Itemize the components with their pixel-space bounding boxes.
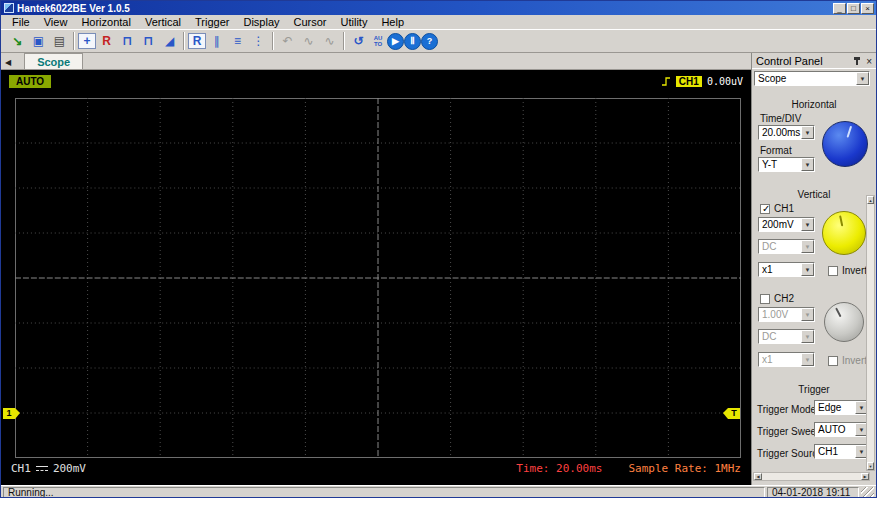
trigger-mode-dropdown[interactable]: Edge	[814, 400, 869, 415]
trigger-level-marker[interactable]: T	[728, 408, 740, 419]
ch2-coupling-dropdown: DC	[758, 329, 815, 344]
menu-horizontal[interactable]: Horizontal	[74, 15, 138, 29]
scroll-down-icon[interactable]	[867, 462, 874, 470]
tab-nav-left-icon[interactable]: ◀	[1, 58, 14, 69]
status-state: Running...	[3, 487, 765, 498]
save-icon[interactable]: ▣	[28, 31, 49, 51]
ch2-checkbox[interactable]	[760, 294, 770, 304]
reference-waveform-icon: ∿	[298, 31, 319, 51]
format-value: Y-T	[759, 158, 801, 171]
scroll-right-icon[interactable]	[861, 473, 869, 480]
print-icon[interactable]: ▤	[49, 31, 70, 51]
readout-channel: CH1	[11, 462, 31, 475]
auto-range-icon[interactable]: R	[96, 31, 117, 51]
format-dropdown[interactable]: Y-T	[758, 157, 815, 172]
horizontal-position-knob[interactable]	[822, 121, 868, 167]
ch1-coupling-value: DC	[759, 240, 801, 253]
trigger-source-value: CH1	[815, 445, 855, 458]
horizontal-cursor-icon[interactable]: ≡	[227, 31, 248, 51]
auto-measure-icon[interactable]: AU TO	[369, 31, 387, 51]
chevron-down-icon	[801, 353, 814, 366]
status-bar: Running... 04-01-2018 19:11	[1, 485, 876, 498]
ch2-invert-checkbox	[828, 356, 838, 366]
ch2-invert-label: Invert	[842, 355, 867, 366]
ch2-coupling-value: DC	[759, 330, 801, 343]
ch1-waveform-icon[interactable]: ⊓	[117, 31, 138, 51]
horizontal-section-label: Horizontal	[752, 99, 876, 110]
vertical-cursor-icon[interactable]: ∥	[206, 31, 227, 51]
panel-horizontal-scrollbar[interactable]	[753, 472, 870, 481]
trigger-source-dropdown[interactable]: CH1	[814, 444, 869, 459]
ch1-invert-checkbox[interactable]	[828, 266, 838, 276]
toolbar-separator	[343, 32, 345, 50]
ch1-position-knob[interactable]	[822, 211, 866, 255]
menu-help[interactable]: Help	[374, 15, 411, 29]
toolbar-separator	[73, 32, 75, 50]
menu-utility[interactable]: Utility	[334, 15, 375, 29]
ch1-level-marker[interactable]: 1	[3, 408, 15, 419]
panel-close-icon[interactable]	[866, 55, 872, 67]
autoset-icon[interactable]: +	[78, 33, 96, 49]
maximize-button[interactable]: □	[847, 3, 860, 14]
trigger-channel-badge: CH1	[676, 76, 702, 87]
readout-volts-div: 200mV	[53, 462, 86, 475]
menu-bar: File View Horizontal Vertical Trigger Di…	[1, 15, 876, 29]
refresh-icon[interactable]: ↺	[348, 31, 369, 51]
scroll-left-icon[interactable]	[754, 473, 762, 480]
resize-grip[interactable]	[861, 487, 874, 499]
graticule	[15, 98, 741, 458]
start-icon[interactable]: ▶	[387, 33, 404, 50]
menu-view[interactable]: View	[37, 15, 75, 29]
menu-trigger[interactable]: Trigger	[188, 15, 236, 29]
trigger-sweep-label: Trigger Sweep	[757, 426, 822, 437]
menu-vertical[interactable]: Vertical	[138, 15, 188, 29]
ch2-probe-dropdown: x1	[758, 352, 815, 367]
trigger-sweep-dropdown[interactable]: AUTO	[814, 422, 869, 437]
pin-icon[interactable]	[853, 56, 862, 65]
chevron-down-icon[interactable]	[801, 263, 814, 276]
ch1-checkbox[interactable]	[760, 204, 770, 214]
title-bar: Hantek6022BE Ver 1.0.5 _ □ ×	[1, 1, 876, 15]
control-panel: Control Panel Scope Horizontal Time/DIV …	[751, 53, 876, 485]
chevron-down-icon[interactable]	[801, 158, 814, 171]
chevron-down-icon[interactable]	[801, 126, 814, 139]
scope-top-readout: AUTO CH1 0.00uV	[1, 70, 751, 92]
window-title: Hantek6022BE Ver 1.0.5	[17, 3, 833, 14]
close-button[interactable]: ×	[861, 3, 874, 14]
toolbar: ↘ ▣ ▤ + R ⊓ ⊓ ◢ R ∥ ≡ ⋮ ↶ ∿ ∿ ↺ AU TO ▶ …	[1, 29, 876, 53]
ch2-position-knob	[824, 302, 864, 342]
ch1-invert-label: Invert	[842, 265, 867, 276]
app-icon	[4, 3, 14, 13]
math-waveform-icon: ∿	[319, 31, 340, 51]
menu-file[interactable]: File	[5, 15, 37, 29]
default-setup-icon[interactable]: R	[188, 33, 206, 49]
app-window: Hantek6022BE Ver 1.0.5 _ □ × File View H…	[0, 0, 877, 498]
chevron-down-icon[interactable]	[856, 72, 869, 85]
trigger-level-readout: 0.00uV	[707, 76, 743, 87]
toolbar-separator	[272, 32, 274, 50]
ch2-volts-div-value: 1.00V	[759, 308, 801, 321]
cross-cursor-icon[interactable]: ⋮	[248, 31, 269, 51]
chevron-down-icon	[801, 308, 814, 321]
help-icon[interactable]: ?	[421, 33, 438, 50]
ch1-coupling-dropdown: DC	[758, 239, 815, 254]
chevron-down-icon[interactable]	[801, 218, 814, 231]
time-readout: Time: 20.00ms	[516, 462, 602, 475]
menu-display[interactable]: Display	[236, 15, 286, 29]
ch1-probe-dropdown[interactable]: x1	[758, 262, 815, 277]
time-div-dropdown[interactable]: 20.00ms	[758, 125, 815, 140]
ch1-checkbox-label: CH1	[774, 203, 794, 214]
panel-selector-dropdown[interactable]: Scope	[754, 71, 870, 86]
import-icon[interactable]: ↘	[7, 31, 28, 51]
menu-cursor[interactable]: Cursor	[287, 15, 334, 29]
pause-icon[interactable]: Ⅱ	[404, 33, 421, 50]
tab-scope[interactable]: Scope	[24, 53, 83, 69]
ch1-volts-div-value: 200mV	[759, 218, 801, 231]
acquisition-mode-badge: AUTO	[9, 75, 51, 88]
scroll-up-icon[interactable]	[867, 196, 874, 204]
ch1-volts-div-dropdown[interactable]: 200mV	[758, 217, 815, 232]
ramp-waveform-icon[interactable]: ◢	[159, 31, 180, 51]
minimize-button[interactable]: _	[833, 3, 846, 14]
ch2-waveform-icon[interactable]: ⊓	[138, 31, 159, 51]
panel-vertical-scrollbar[interactable]	[866, 195, 875, 471]
